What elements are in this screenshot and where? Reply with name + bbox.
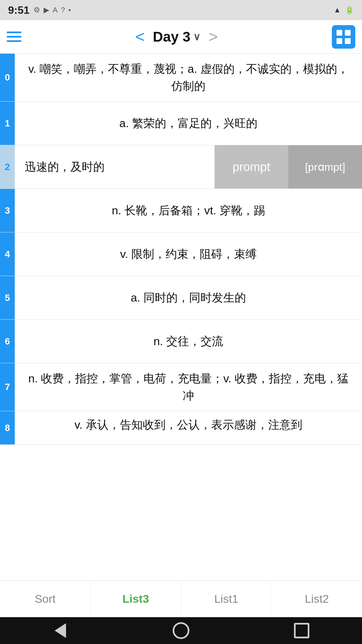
row-index-5: 5 xyxy=(0,276,15,319)
word-row[interactable]: 8 v. 承认，告知收到，公认，表示感谢，注意到 xyxy=(0,411,362,445)
status-icons: ⚙ ▶ A ? • xyxy=(34,6,71,14)
row-definition-3: n. 长靴，后备箱；vt. 穿靴，踢 xyxy=(15,189,362,232)
tab-list3[interactable]: List3 xyxy=(90,581,181,617)
svg-rect-0 xyxy=(337,30,342,35)
grid-icon xyxy=(336,29,351,45)
toolbar-center: < Day 3 ∨ > xyxy=(135,29,218,45)
chevron-down-icon: ∨ xyxy=(193,31,200,43)
status-time: 9:51 xyxy=(8,4,29,16)
menu-button[interactable] xyxy=(7,32,21,42)
day-title-button[interactable]: Day 3 ∨ xyxy=(153,29,200,45)
word-row[interactable]: 3 n. 长靴，后备箱；vt. 穿靴，踢 xyxy=(0,189,362,232)
svg-rect-2 xyxy=(337,38,342,44)
wifi-icon: ? xyxy=(61,6,65,14)
toolbar-right xyxy=(332,25,355,49)
popup-phonetic: [prɑmpt] xyxy=(288,145,362,189)
popup-overlay: prompt [prɑmpt] xyxy=(215,145,362,189)
battery-icon: 🔋 xyxy=(345,6,354,14)
word-row[interactable]: 0 v. 嘲笑，嘲弄，不尊重，蔑视；a. 虚假的，不诚实的，模拟的，仿制的 xyxy=(0,54,362,102)
hamburger-line-3 xyxy=(7,40,21,42)
row-index-8: 8 xyxy=(0,411,15,444)
day-title-text: Day 3 xyxy=(153,29,190,45)
row-definition-5: a. 同时的，同时发生的 xyxy=(15,276,362,319)
row-index-3: 3 xyxy=(0,189,15,232)
signal-icon: ▲ xyxy=(334,6,341,14)
status-left: 9:51 ⚙ ▶ A ? • xyxy=(8,4,71,16)
next-button[interactable]: > xyxy=(208,29,218,45)
system-back-button[interactable] xyxy=(50,621,70,641)
word-row[interactable]: 5 a. 同时的，同时发生的 xyxy=(0,276,362,320)
settings-icon: ⚙ xyxy=(34,6,40,14)
row-index-2: 2 xyxy=(0,145,15,189)
row-index-1: 1 xyxy=(0,102,15,145)
row-index-6: 6 xyxy=(0,320,15,363)
system-home-button[interactable] xyxy=(171,621,191,641)
row-definition-1: a. 繁荣的，富足的，兴旺的 xyxy=(15,102,362,145)
row-definition-6: n. 交往，交流 xyxy=(15,320,362,363)
word-list: 0 v. 嘲笑，嘲弄，不尊重，蔑视；a. 虚假的，不诚实的，模拟的，仿制的 1 … xyxy=(0,54,362,445)
toolbar: < Day 3 ∨ > xyxy=(0,20,362,54)
row-index-0: 0 xyxy=(0,54,15,101)
row-definition-4: v. 限制，约束，阻碍，束缚 xyxy=(15,232,362,276)
prev-button[interactable]: < xyxy=(135,29,145,45)
hamburger-line-1 xyxy=(7,32,21,33)
word-row[interactable]: 6 n. 交往，交流 xyxy=(0,320,362,363)
toolbar-left xyxy=(7,32,21,42)
status-right: ▲ 🔋 xyxy=(334,6,354,14)
row-definition-7: n. 收费，指控，掌管，电荷，充电量；v. 收费，指控，充电，猛冲 xyxy=(15,363,362,411)
system-recent-button[interactable] xyxy=(292,621,312,641)
word-row[interactable]: 7 n. 收费，指控，掌管，电荷，充电量；v. 收费，指控，充电，猛冲 xyxy=(0,363,362,411)
bottom-tab-bar: Sort List3 List1 List2 xyxy=(0,580,362,617)
word-row[interactable]: 1 a. 繁荣的，富足的，兴旺的 xyxy=(0,102,362,145)
tab-list2[interactable]: List2 xyxy=(272,581,362,617)
tab-sort[interactable]: Sort xyxy=(0,581,90,617)
svg-rect-3 xyxy=(345,38,351,44)
hamburger-line-2 xyxy=(7,36,21,38)
row-index-7: 7 xyxy=(0,363,15,411)
dot-icon: • xyxy=(68,6,71,14)
svg-rect-1 xyxy=(345,30,351,35)
tab-list1[interactable]: List1 xyxy=(181,581,272,617)
system-nav-bar xyxy=(0,617,362,644)
grid-view-button[interactable] xyxy=(332,25,355,49)
row-index-4: 4 xyxy=(0,232,15,276)
play-icon: ▶ xyxy=(44,6,49,14)
row-definition-8: v. 承认，告知收到，公认，表示感谢，注意到 xyxy=(15,411,362,438)
status-bar: 9:51 ⚙ ▶ A ? • ▲ 🔋 xyxy=(0,0,362,20)
word-row-popup[interactable]: 2 迅速的，及时的 prompt [prɑmpt] xyxy=(0,145,362,189)
a-icon: A xyxy=(53,6,58,14)
row-definition-0: v. 嘲笑，嘲弄，不尊重，蔑视；a. 虚假的，不诚实的，模拟的，仿制的 xyxy=(15,54,362,101)
word-row[interactable]: 4 v. 限制，约束，阻碍，束缚 xyxy=(0,232,362,276)
popup-word: prompt xyxy=(215,145,288,189)
